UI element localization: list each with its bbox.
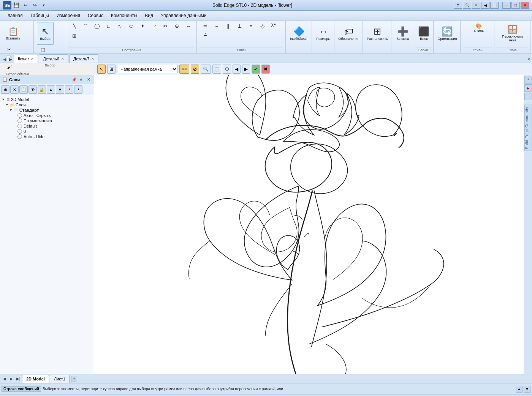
switch-window-button[interactable]: 🪟 Переключить окна [497,22,528,45]
help-icon-btn[interactable]: ? [454,2,462,9]
concentric-btn[interactable]: ◎ [257,22,268,30]
show-layer-btn[interactable]: 👁 [28,85,37,94]
canvas-area[interactable] [94,75,524,374]
close-detail6-tab-icon[interactable]: ✕ [61,57,64,61]
tree-default-ru[interactable]: По умолчанию [2,118,92,123]
menu-tables[interactable]: Таблицы [27,12,53,19]
sidebar-close-icon[interactable]: ✕ [86,77,92,83]
lock-layer-btn[interactable]: 🔒 [38,85,46,94]
pattern-btn[interactable]: ⊞ [69,32,80,40]
tree-standard[interactable]: ▼ 📄 Стандарт [2,107,92,113]
undo-button[interactable]: ↩ [21,1,30,9]
menu-components[interactable]: Компоненты [107,12,141,19]
tree-auto-hide-en[interactable]: Auto - Hide [2,134,92,139]
status-arrow-down-icon[interactable]: ▼ [524,386,530,393]
tangent-btn[interactable]: ⌢ [211,22,222,30]
annotations-button[interactable]: 🏷 Обозначения [337,22,360,45]
add-layer-btn[interactable]: ⊕ [1,85,10,94]
tree-auto-hide[interactable]: Авто - Скрыть [2,113,92,118]
orientation-button[interactable]: 🔄 Ориентация [437,22,458,45]
ellipse-btn[interactable]: ⬭ [126,22,137,30]
perpendicular-btn[interactable]: ⊥ [234,22,245,30]
offset-btn[interactable]: ⊕ [172,22,182,30]
layer-options-btn2[interactable]: ⋮ [74,85,82,94]
add-tab-btn[interactable]: + [71,376,77,382]
more-icon-btn[interactable]: ≡ [472,2,480,9]
select-polygon-btn[interactable]: ⬡ [223,65,231,74]
right-fb-btn[interactable]: f [524,93,532,100]
tab-nav-next[interactable]: ▶ [8,56,14,63]
move-up-layer-btn[interactable]: ▲ [47,85,55,94]
line-btn[interactable]: ╲ [69,22,80,30]
cursor-select-btn[interactable]: ↖ [97,65,106,74]
arrow-left-icon-btn[interactable]: ◀ [481,2,489,9]
save-button[interactable]: 💾 [12,1,21,9]
tab-detail6[interactable]: Деталь6 ✕ [39,54,68,63]
menu-home[interactable]: Главная [2,12,27,19]
select-all-btn[interactable]: ≡≡ [179,65,189,74]
bottom-nav-prev[interactable]: ◀ [2,376,8,382]
mirror-btn[interactable]: ↔ [183,22,194,30]
bottom-nav-more[interactable]: ▶| [15,376,21,382]
menu-view[interactable]: Вид [141,12,157,19]
copy-layer-btn[interactable]: 📋 [19,85,28,94]
cancel-btn[interactable]: ✖ [261,65,270,74]
rect-btn[interactable]: □ [103,22,114,30]
intellisketch-button[interactable]: 🔷 IntelliSketch [289,22,309,45]
sidebar-options-icon[interactable]: ≡ [78,77,84,83]
circle-btn[interactable]: ◯ [92,22,103,30]
select-mode-btn1[interactable]: ⬚ [38,46,48,54]
format-copy-button[interactable]: 🖌 [4,63,14,71]
confirm-btn[interactable]: ✔ [252,65,260,74]
right-sidebar-community-label[interactable]: Solid Edge Community [524,105,532,151]
spline-btn[interactable]: ∿ [115,22,125,30]
point-btn[interactable]: ✦ [138,22,148,30]
close-button[interactable]: ✕ [521,2,529,9]
tree-2dmodel[interactable]: ▼ 🖥 2D Model [2,97,92,102]
xy-btn[interactable]: XY [268,22,279,28]
right-help-btn[interactable]: ? [524,76,532,84]
menu-service[interactable]: Сервис [84,12,107,19]
bottom-tab-2dmodel[interactable]: 2D Model [22,375,49,383]
arrange-button[interactable]: ⊞ Расположить [366,22,389,45]
trim-btn[interactable]: ✂ [160,22,171,30]
equal-btn[interactable]: = [245,22,256,30]
select-rect-btn[interactable]: ⬚ [212,65,221,74]
layer-options-btn1[interactable]: ⋮ [65,85,73,94]
dimensions-button[interactable]: ↔ Размеры [315,22,332,45]
quickaccess-dropdown-button[interactable]: ▼ [40,1,48,9]
selection-filter-btn[interactable]: 🔍 [201,65,211,74]
block-button[interactable]: ⬛ Блок [415,22,432,45]
bottom-tab-sheet1[interactable]: Лист1 [50,375,70,383]
tab-detail7[interactable]: Деталь7 ✕ [69,54,99,63]
close-flower-tab-icon[interactable]: ✕ [31,57,34,61]
tree-layers[interactable]: ▼ 📁 Слои [2,102,92,107]
deselect-btn[interactable]: ⊘ [191,65,199,74]
insert-button[interactable]: ➕ Вставка [394,22,411,45]
sidebar-pin-icon[interactable]: 📌 [71,77,77,83]
tab-flower[interactable]: flower ✕ [14,55,38,63]
forward-btn[interactable]: ▶ [242,65,250,74]
right-yt-btn[interactable]: ▶ [524,84,532,92]
back-btn[interactable]: ◀ [233,65,241,74]
grid-select-btn[interactable]: ⊞ [107,65,116,74]
bottom-nav-next[interactable]: ▶ [8,376,14,382]
cut-button[interactable]: ✂ [4,46,14,54]
selection-mode-dropdown[interactable]: Направленная рамка Прямоугольная рамка П… [117,65,178,73]
angle-btn[interactable]: ∠ [200,31,211,38]
close-all-tabs-icon[interactable]: ✕ [526,56,532,63]
status-arrow-up-icon[interactable]: ▲ [516,386,522,393]
tree-layer-0[interactable]: 0 [2,129,92,134]
move-down-layer-btn[interactable]: ▼ [56,85,64,94]
fillet-btn[interactable]: ⌔ [149,22,160,30]
connect-btn[interactable]: ═ [200,22,211,30]
parallel-btn[interactable]: ∥ [223,22,233,30]
close-detail7-tab-icon[interactable]: ✕ [91,57,94,61]
menu-data-management[interactable]: Управление данными [157,12,211,19]
maximize-button[interactable]: □ [511,2,520,9]
search-icon-btn[interactable]: 🔍 [463,2,471,9]
menu-measurements[interactable]: Измерения [53,12,84,19]
paste-button[interactable]: 📋 Вставить [4,22,22,45]
small-win-icon-btn[interactable]: ⬜ [490,2,499,9]
select-button[interactable]: ↖ Выбор [37,22,54,45]
